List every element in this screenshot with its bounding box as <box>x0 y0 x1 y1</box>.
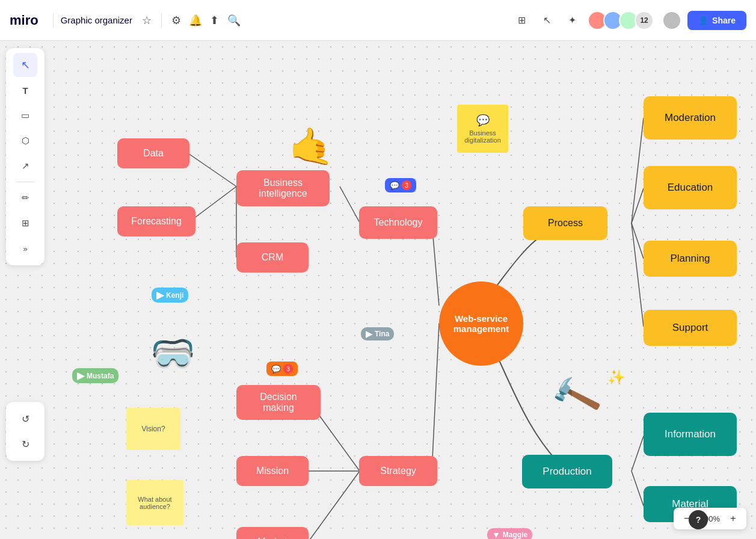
notifications-icon[interactable]: 🔔 <box>186 11 205 30</box>
sticky-business-digitalization[interactable]: 💬 Business digitalization <box>457 105 508 153</box>
zoom-toolbar: − 100% + <box>674 508 746 529</box>
cursor-tina: ▶ Tina <box>361 327 394 340</box>
undo-redo-toolbar: ↺ ↻ <box>6 402 45 461</box>
header-right: ⊞ ↖ ✦ 12 👤 Share <box>512 11 746 30</box>
wave-sticker: 🤙 <box>289 125 334 168</box>
node-production[interactable]: Production <box>522 455 612 488</box>
miro-logo: miro <box>10 13 38 28</box>
svg-line-1 <box>632 188 644 223</box>
share-button[interactable]: 👤 Share <box>687 11 746 30</box>
sparkle-sticker: ✨ <box>607 369 625 386</box>
node-planning[interactable]: Planning <box>644 241 737 277</box>
cursor-kenji: ▶ Kenji <box>152 288 188 303</box>
node-forecasting[interactable]: Forecasting <box>117 206 195 236</box>
help-button[interactable]: ? <box>689 510 708 529</box>
sticky-audience[interactable]: What about audience? <box>126 480 183 525</box>
avatar-count: 12 <box>635 11 654 30</box>
cursor-tool[interactable]: ↖ <box>13 53 37 77</box>
text-tool[interactable]: T <box>13 78 37 102</box>
share-icon: 👤 <box>698 16 708 25</box>
node-mission[interactable]: Mission <box>236 456 309 486</box>
svg-line-3 <box>632 223 644 327</box>
center-node[interactable]: Web-service management <box>439 282 523 366</box>
avatar-group: 12 <box>588 11 654 30</box>
svg-line-0 <box>632 118 644 223</box>
node-crm[interactable]: CRM <box>236 242 309 273</box>
svg-line-7 <box>340 186 360 223</box>
arrow-tool[interactable]: ↗ <box>13 154 37 178</box>
shapes-tool[interactable]: ⬡ <box>13 129 37 153</box>
left-toolbar: ↖ T ▭ ⬡ ↗ ✏ ⊞ » <box>6 48 45 265</box>
node-process[interactable]: Process <box>523 206 607 240</box>
node-market[interactable]: Market <box>236 527 309 539</box>
sticky-tool[interactable]: ▭ <box>13 103 37 128</box>
frame-tool[interactable]: ⊞ <box>13 211 37 235</box>
star2-icon[interactable]: ✦ <box>562 11 582 30</box>
pointer-icon[interactable]: ↖ <box>537 11 556 30</box>
sticky-vision[interactable]: Vision? <box>126 408 180 450</box>
node-data[interactable]: Data <box>117 138 189 168</box>
chat-icon-2: 💬 <box>271 365 281 374</box>
badge-count-1: 3 <box>402 180 411 190</box>
hammer-sticker: 🔨 <box>547 368 604 424</box>
canvas: Web-service management Data Forecasting … <box>0 41 756 539</box>
search-icon[interactable]: 🔍 <box>224 11 244 30</box>
svg-line-14 <box>309 471 360 539</box>
star-icon[interactable]: ☆ <box>137 11 156 30</box>
chat-icon-1: 💬 <box>390 181 399 190</box>
glasses-sticker: 🥽 <box>150 332 195 375</box>
redo-button[interactable]: ↻ <box>13 432 37 456</box>
settings-icon[interactable]: ⚙ <box>167 11 186 30</box>
node-moderation[interactable]: Moderation <box>644 96 737 140</box>
user-avatar <box>662 11 681 30</box>
cursor-maggie: ▼ Maggie <box>487 528 532 539</box>
svg-line-11 <box>432 324 439 471</box>
header: miro Graphic organizer ☆ ⚙ 🔔 ⬆ 🔍 ⊞ ↖ ✦ 1… <box>0 0 756 41</box>
node-business-intelligence[interactable]: Business intelligence <box>236 170 330 206</box>
node-decision-making[interactable]: Decision making <box>236 385 321 420</box>
svg-line-4 <box>632 436 644 471</box>
node-technology[interactable]: Technology <box>359 206 437 239</box>
header-divider2 <box>161 13 162 28</box>
svg-line-8 <box>188 153 236 186</box>
node-support[interactable]: Support <box>644 310 737 346</box>
cursor-mustafa: ▶ Mustafa <box>72 368 118 383</box>
node-education[interactable]: Education <box>644 166 737 209</box>
badge-count-2: 3 <box>283 364 293 374</box>
header-divider <box>53 13 54 28</box>
apps-icon[interactable]: ⊞ <box>512 11 531 30</box>
export-icon[interactable]: ⬆ <box>205 11 224 30</box>
zoom-in-button[interactable]: + <box>725 510 742 527</box>
svg-line-9 <box>188 186 236 223</box>
node-information[interactable]: Information <box>644 413 737 456</box>
svg-line-2 <box>632 223 644 259</box>
board-title: Graphic organizer <box>61 15 132 25</box>
chat-badge-2[interactable]: 💬 3 <box>266 362 298 376</box>
more-tools[interactable]: » <box>13 236 37 260</box>
undo-button[interactable]: ↺ <box>13 407 37 431</box>
pen-tool[interactable]: ✏ <box>13 186 37 210</box>
node-strategy[interactable]: Strategy <box>359 456 437 486</box>
svg-line-5 <box>632 471 644 506</box>
chat-badge-1[interactable]: 💬 3 <box>385 178 416 192</box>
toolbar-separator <box>16 182 35 182</box>
